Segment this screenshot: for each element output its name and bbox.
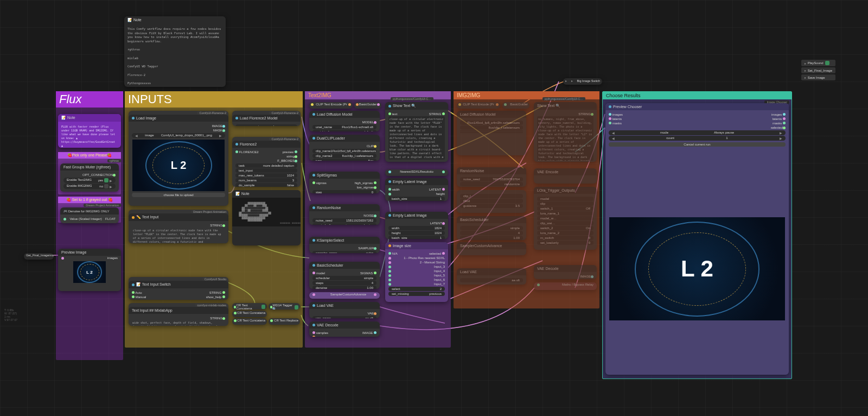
basic-scheduler[interactable]: BasicScheduler modelSIGMAS schedulersimp… [309, 262, 380, 289]
img2img-load-vae[interactable]: Load VAE ae.sft [457, 268, 526, 285]
height-2[interactable]: height1024 [388, 231, 445, 235]
toggle-img2img[interactable]: Enable IMG2IMGno▶ [63, 184, 116, 189]
img2img-scheduler[interactable]: BasicSchedulder simple 4 1.00 [457, 216, 526, 240]
show-text[interactable]: Show Text 🔍 textSTRING close-up of a cir… [385, 102, 448, 162]
cancel-run-button[interactable]: Cancel current run [609, 142, 786, 147]
image-size-selector[interactable]: Image size N/Aselected 1 - Photo Res nea… [385, 242, 448, 302]
load-florence-model[interactable]: ComfyUI-Florence-2 Load Florence2 Model … [232, 111, 301, 126]
group-set-one[interactable]: 🍓 Set to 1 if grayed out 🍓 Dream Project… [58, 197, 121, 223]
text-input-node[interactable]: Dream Project Animation ✏️ Text Input ST… [129, 210, 228, 243]
dual-clip-loader[interactable]: DualCLIPLoader CLIP clip_name1Flux1/t5xx… [309, 135, 380, 161]
florence2-node[interactable]: ComfyUI-Florence-2 Florence2 FLORENCE2pr… [232, 137, 301, 187]
florence-textinput[interactable]: text_input [235, 168, 297, 173]
steps[interactable]: steps4 [312, 281, 376, 285]
preview-image-small[interactable]: Preview Image images L 2 [58, 249, 121, 291]
basic-guider[interactable]: BasicGuider [354, 102, 381, 109]
get-final-image[interactable]: Get_Final_Imageimages [24, 253, 54, 260]
menu-set-final[interactable]: ▸Set_Final_Image [801, 67, 835, 73]
florence-tokens[interactable]: max_new_tokens1024 [235, 173, 297, 178]
preview-chooser[interactable]: Preview Chooser imagesimages latentslate… [605, 103, 789, 375]
denoise-node[interactable]: 🎮 Denoise for IMG2IMG ONLY Value (Scaled… [60, 207, 119, 223]
pick-one-title: 🍓Pick only one Please🍓 [58, 152, 121, 159]
vae-decode[interactable]: VAE Decode samplesIMAGE vae [309, 322, 380, 337]
denoise[interactable]: denoise1.00 [312, 286, 376, 289]
result-preview: L 2 [609, 217, 785, 320]
load-diffusion-model[interactable]: Load Diffusion Model MODEL unet_nameFlux… [309, 111, 380, 131]
badge-dream2: Dream Project Animation [191, 210, 228, 213]
toggle-text2img[interactable]: Enable Text2IMGyes▶ [63, 178, 116, 183]
clip-name-1[interactable]: clip_name1Flux1/t5xxl_fp8_e4m3fn.safeten… [312, 149, 376, 153]
chooser-mode[interactable]: ◀modeAlways pause▶ [609, 130, 786, 135]
fast-groups-muter[interactable]: Fast Groups Muter (rgthree) OPT_CONNECTI… [60, 163, 119, 192]
empty-latent-1[interactable]: Empty Latent Image widthLATENT height ba… [385, 178, 448, 201]
split-sigmas[interactable]: SplitSigmas sigmashigh_sigmas low_sigmas… [309, 172, 380, 193]
badge-rgthree: rgthree [107, 159, 121, 162]
clip-name-2[interactable]: clip_name2flux/clip_l.safetensors [312, 154, 376, 158]
playsound-check[interactable] [825, 61, 829, 65]
cr-concat-1[interactable]: CR Text Concatena [232, 303, 267, 310]
text-input-switch[interactable]: Comfyroll Studio 📝 Text Input Switch Aut… [129, 277, 228, 300]
batch-size-1[interactable]: batch_size1 [388, 197, 445, 201]
set-missing[interactable]: set_missingprevious [388, 292, 445, 296]
weight-dtype[interactable]: weight_dtypedefault [312, 130, 376, 131]
scheduler-type[interactable]: schedulersimple [312, 276, 376, 280]
clip-text-encode[interactable]: CLIP Text Encode (Pr [309, 102, 353, 109]
badge-mixlab: comfyui-mixlab-nodes [195, 304, 229, 307]
img2img-sampler-adv[interactable]: SamplerCustomAdvance [457, 242, 526, 255]
img2img-math[interactable]: Maths / Bypass Relay [534, 282, 597, 290]
load-image-node[interactable]: ComfyUI-Florence-2 Load Image IMAGE MASK… [129, 111, 228, 206]
img2img-ksampler[interactable]: clip_l t5xxl guidance3.5 [457, 190, 526, 213]
control-after-gen[interactable]: control_after_generaterandomize [312, 223, 376, 225]
florence-version[interactable]: ◀versionlarge▶ [235, 124, 297, 126]
clip-type[interactable]: typeflux [312, 159, 376, 161]
loaded-image-preview: L 2 [132, 140, 225, 191]
mixlab-text-input[interactable]: comfyui-mixlab-nodes Text Input ## Mixla… [129, 303, 228, 326]
florence-sample[interactable]: do_samplefalse [235, 183, 297, 187]
load-vae[interactable]: Load VAE VAE vae_nameae.sft [309, 302, 380, 318]
img2img-vae-decode[interactable]: VAE Decode IMAGE [534, 265, 597, 279]
sampler-name[interactable]: sampler_nameeuler [312, 251, 376, 253]
img2img-basic-guider[interactable]: BasicGuider [502, 102, 529, 109]
choose-file-button[interactable]: choose file to upload [132, 193, 225, 197]
sampler-custom-advance[interactable]: SamplerCustomAdvance [309, 292, 380, 299]
nearest-sdxl[interactable]: NearestSDXLResolutio [385, 169, 448, 176]
preview-title: Preview Image [58, 249, 121, 256]
img2img-clip-encode[interactable]: CLIP Text Encode (Pr [457, 102, 500, 109]
ksampler-select[interactable]: KSamplerSelect SAMPLER sampler_nameeuler [309, 237, 380, 253]
noise-seed[interactable]: noise_seed158119236597282 [312, 218, 376, 223]
vae-name[interactable]: vae_nameae.sft [312, 316, 376, 318]
note-ascii[interactable]: 📝 Note ▓▓▓▓▓▓▓▓▓▓▓▓ ▓▓░░░░▓▓░░░░▓▓▓ ▓▓░░… [232, 190, 301, 245]
ascii-art: ▓▓▓▓▓▓▓▓▓▓▓▓ ▓▓░░░░▓▓░░░░▓▓▓ ▓▓░░░░░░░░░… [232, 198, 301, 226]
select-value[interactable]: select2 [388, 287, 445, 291]
img2img-show-text[interactable]: Show Text 🔍 STRING no_humans, night, fro… [534, 102, 597, 162]
img2img-lora[interactable]: LOra_Trigger_Outputs model clip switch_1… [534, 187, 597, 250]
img2img-vae-encode[interactable]: VAE Encode [534, 168, 597, 184]
wd14-tagger[interactable]: WD14 Tagger 🔍 [269, 303, 300, 310]
group-pick-one[interactable]: 🍓Pick only one Please🍓 rgthree Fast Grou… [58, 152, 121, 194]
cr-concat-3[interactable]: CR Text Concatena [232, 318, 267, 325]
menu-save-image[interactable]: ▸Save Image [801, 74, 835, 80]
florence-task[interactable]: taskmore detailed caption [235, 163, 297, 168]
chooser-count[interactable]: ◀count1▶ [609, 136, 786, 141]
mixlab-text[interactable]: wide shot, perfect face, depth of field,… [132, 320, 225, 326]
note-node-top[interactable]: 📝 Note This Comfy workflow does require … [124, 16, 226, 87]
menu-playsound[interactable]: ▸PlaySound [801, 60, 835, 66]
florence-beams[interactable]: num_beams3 [235, 178, 297, 182]
cr-concat-2[interactable]: CR Text Concatena [232, 311, 267, 317]
image-filename-select[interactable]: ◀imageComfyUI_temp_dcqxs_00001_.png▶ [132, 133, 225, 138]
cr-text-replace[interactable]: CR Text Replace [269, 318, 300, 325]
img2img-random-noise[interactable]: RandomNoise noise_seed769755209793764 ra… [457, 167, 526, 187]
badge-flor3: ComfyUI-Florence-2 [269, 137, 301, 141]
batch-2[interactable]: batch_size1 [388, 236, 445, 239]
split-step[interactable]: step0 [312, 190, 376, 193]
flux-note[interactable]: 📝 Note FLUX with faster render (Flux und… [58, 114, 121, 148]
width-2[interactable]: width1824 [388, 226, 445, 230]
text-input-content[interactable]: close-up of a circular electronic node f… [132, 228, 225, 243]
empty-latent-2[interactable]: Empty Latent Image LATENT width1824 heig… [385, 212, 448, 239]
unet-name[interactable]: unet_nameFlux1/flux1-schnell.sft [312, 125, 376, 129]
big-image-switch[interactable]: ▸▸Big Image Switch [563, 78, 602, 85]
random-noise[interactable]: RandomNoise NOISE noise_seed158119236597… [309, 204, 380, 225]
img2img-load-diffusion[interactable]: Load Diffusion Model Flux1/t5xxl_fp8_e4m… [457, 111, 526, 155]
badge-florence: ComfyUI-Florence-2 [197, 111, 228, 115]
node-graph-canvas[interactable]: 📝 Note This Comfy workflow does require … [0, 0, 868, 416]
